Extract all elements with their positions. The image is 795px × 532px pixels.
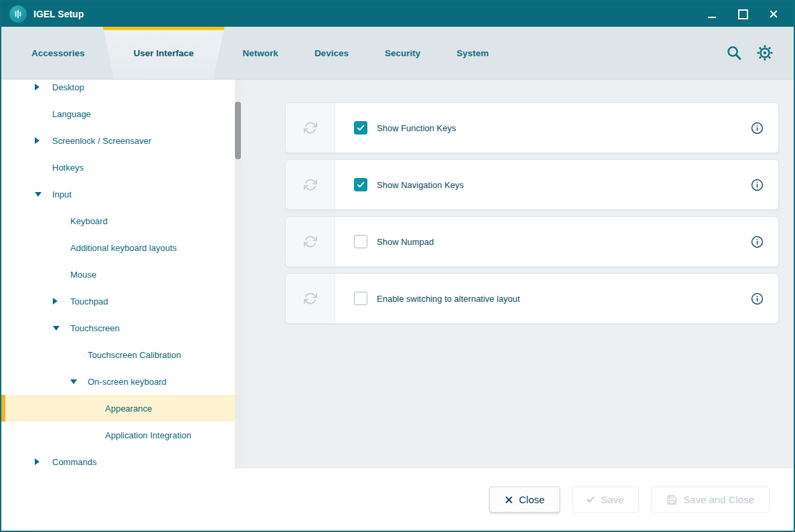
footer-button-bar: Close Save Save and Close	[1, 468, 794, 531]
tab-label: Network	[243, 48, 278, 58]
sidebar-item-touchscreen[interactable]: Touchscreen	[1, 315, 241, 341]
tab-label: Devices	[315, 48, 349, 58]
tab-accessories[interactable]: Accessories	[13, 27, 103, 79]
reset-icon	[304, 121, 317, 135]
search-icon[interactable]	[725, 44, 743, 62]
chevron-icon[interactable]	[53, 326, 70, 331]
setting-control: Enable switching to alternative layout	[335, 292, 751, 305]
info-icon[interactable]	[751, 122, 764, 135]
sidebar-item-label: Screenlock / Screensaver	[52, 136, 151, 146]
setting-label: Show Function Keys	[377, 123, 456, 133]
sidebar-item-on-screen-keyboard[interactable]: On-screen keyboard	[1, 368, 241, 395]
button-label: Save	[601, 494, 624, 505]
sidebar-item-label: Input	[52, 189, 72, 199]
close-x-icon	[505, 495, 513, 504]
setting-control: Show Navigation Keys	[335, 178, 751, 191]
close-icon[interactable]	[768, 9, 779, 19]
save-and-close-button[interactable]: Save and Close	[651, 486, 770, 513]
setting-row-show-function-keys: Show Function Keys	[285, 102, 779, 153]
sidebar-scrollbar-thumb[interactable]	[235, 102, 241, 159]
chevron-icon[interactable]	[35, 137, 52, 144]
save-button[interactable]: Save	[572, 486, 639, 513]
sidebar-item-keyboard[interactable]: Keyboard	[1, 207, 241, 234]
sidebar-item-touchpad[interactable]: Touchpad	[1, 288, 241, 315]
sidebar-navigation: Desktop Language Screenlock / Screensave…	[1, 80, 241, 468]
setting-label: Show Navigation Keys	[377, 180, 464, 190]
tab-label: System	[456, 48, 489, 58]
window-title: IGEL Setup	[33, 9, 84, 19]
sidebar-item-hotkeys[interactable]: Hotkeys	[1, 154, 241, 181]
tab-devices[interactable]: Devices	[296, 27, 367, 79]
chevron-icon[interactable]	[53, 298, 70, 304]
tab-label: Accessories	[31, 48, 85, 58]
sidebar-item-appearance[interactable]: Appearance	[1, 395, 241, 422]
sidebar-item-label: Touchscreen Calibration	[88, 350, 181, 360]
check-icon	[587, 494, 595, 502]
sidebar-item-commands[interactable]: Commands	[1, 448, 241, 468]
floppy-icon	[667, 495, 677, 505]
window-controls	[707, 9, 786, 19]
chevron-icon[interactable]	[35, 84, 52, 90]
sidebar-item-label: Keyboard	[70, 216, 108, 226]
chevron-icon[interactable]	[70, 379, 88, 384]
settings-tree: Desktop Language Screenlock / Screensave…	[1, 80, 241, 468]
sidebar-item-label: Additional keyboard layouts	[70, 243, 177, 253]
sidebar-item-mouse[interactable]: Mouse	[1, 261, 241, 288]
sidebar-item-label: On-screen keyboard	[88, 377, 167, 387]
sidebar-item-additional-keyboard-layouts[interactable]: Additional keyboard layouts	[1, 234, 241, 261]
setting-control: Show Numpad	[335, 235, 751, 248]
igel-setup-window: IGEL Setup Accessories User Interface Ne…	[0, 0, 795, 532]
setting-row-show-navigation-keys: Show Navigation Keys	[285, 159, 779, 210]
setting-row-show-numpad: Show Numpad	[285, 216, 779, 267]
info-icon[interactable]	[751, 179, 764, 191]
sidebar-item-language[interactable]: Language	[1, 100, 241, 127]
tab-user-interface[interactable]: User Interface	[103, 27, 225, 79]
minimize-icon[interactable]	[707, 9, 717, 19]
gear-eye-icon[interactable]	[756, 44, 774, 62]
checkbox-show-function-keys[interactable]	[354, 121, 367, 135]
titlebar: IGEL Setup	[1, 1, 794, 27]
reset-parameter-button[interactable]	[286, 160, 335, 209]
setting-row-enable-alternative-layout: Enable switching to alternative layout	[285, 273, 779, 324]
setting-control: Show Function Keys	[335, 121, 751, 135]
info-icon[interactable]	[751, 292, 764, 305]
chevron-icon[interactable]	[35, 192, 52, 197]
info-icon[interactable]	[751, 236, 764, 248]
reset-icon	[304, 235, 317, 248]
reset-parameter-button[interactable]	[286, 274, 335, 323]
tab-security[interactable]: Security	[367, 27, 438, 79]
setting-label: Show Numpad	[377, 237, 434, 247]
tabbar-icons	[725, 27, 794, 79]
sidebar-scrollbar-track[interactable]	[235, 80, 241, 468]
button-label: Save and Close	[683, 494, 754, 505]
sidebar-item-touchscreen-calibration[interactable]: Touchscreen Calibration	[1, 341, 241, 368]
setting-label: Enable switching to alternative layout	[377, 294, 520, 304]
tab-network[interactable]: Network	[225, 27, 296, 79]
sidebar-item-label: Desktop	[52, 82, 84, 92]
sidebar-item-input[interactable]: Input	[1, 181, 241, 207]
checkbox-enable-alternative-layout[interactable]	[354, 292, 367, 305]
tab-label: Security	[385, 48, 420, 58]
reset-parameter-button[interactable]	[286, 103, 335, 153]
content-area: Desktop Language Screenlock / Screensave…	[1, 80, 794, 468]
reset-parameter-button[interactable]	[286, 217, 335, 266]
sidebar-item-screenlock-screensaver[interactable]: Screenlock / Screensaver	[1, 127, 241, 154]
checkbox-show-numpad[interactable]	[354, 235, 367, 248]
sidebar-item-label: Language	[52, 109, 91, 119]
sidebar-item-label: Appearance	[105, 404, 152, 414]
maximize-icon[interactable]	[737, 9, 748, 19]
tab-bar: Accessories User Interface Network Devic…	[1, 27, 794, 80]
sidebar-item-label: Commands	[52, 457, 96, 467]
tab-label: User Interface	[134, 48, 194, 58]
sidebar-item-label: Mouse	[70, 270, 96, 280]
close-button[interactable]: Close	[489, 486, 560, 513]
sidebar-item-desktop[interactable]: Desktop	[1, 80, 241, 100]
tab-system[interactable]: System	[438, 27, 507, 79]
check-icon	[356, 180, 365, 189]
reset-icon	[304, 178, 317, 191]
igel-logo-icon	[9, 5, 27, 23]
chevron-icon[interactable]	[35, 458, 52, 465]
sidebar-item-application-integration[interactable]: Application Integration	[1, 422, 241, 448]
checkbox-show-navigation-keys[interactable]	[354, 178, 367, 191]
settings-panel: Show Function Keys	[241, 80, 794, 468]
